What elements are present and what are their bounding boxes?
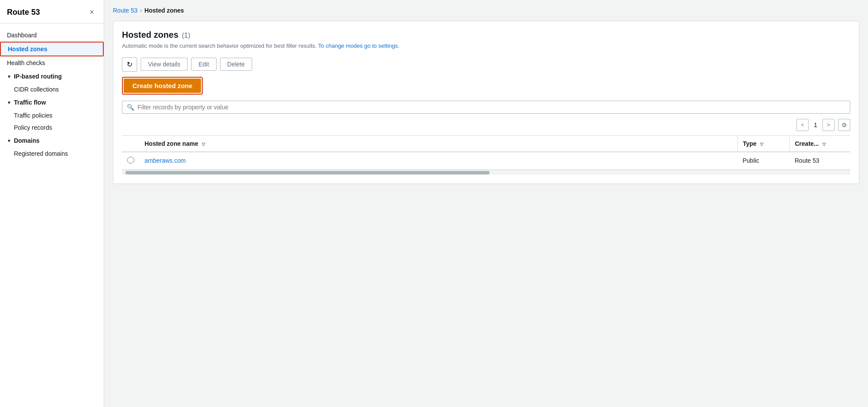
scrollbar-thumb	[125, 171, 490, 174]
row-radio-input[interactable]	[127, 157, 134, 164]
sidebar-group-domains[interactable]: ▼ Domains	[0, 134, 104, 148]
main-content: Route 53 › Hosted zones Hosted zones (1)…	[104, 0, 868, 407]
delete-button[interactable]: Delete	[220, 58, 252, 71]
hosted-zones-card: Hosted zones (1) Automatic mode is the c…	[113, 21, 859, 184]
page-number: 1	[810, 121, 821, 128]
sort-icon-create: ▽	[822, 142, 826, 147]
hosted-zones-table: Hosted zone name ▽ Type ▽ Create... ▽	[122, 135, 850, 170]
edit-button[interactable]: Edit	[191, 58, 216, 71]
table-settings-button[interactable]: ⚙	[838, 119, 850, 131]
card-title: Hosted zones	[122, 30, 178, 40]
sidebar-group-label-2: Traffic flow	[14, 99, 46, 106]
table-cell-type: Public	[737, 152, 789, 170]
arrow-icon-2: ▼	[7, 100, 11, 105]
table-header-create[interactable]: Create... ▽	[789, 135, 850, 152]
card-header: Hosted zones (1)	[122, 30, 850, 40]
table-header-row: Hosted zone name ▽ Type ▽ Create... ▽	[122, 135, 850, 152]
next-page-button[interactable]: >	[822, 119, 835, 131]
card-description: Automatic mode is the current search beh…	[122, 42, 850, 50]
sidebar-group-traffic-flow[interactable]: ▼ Traffic flow	[0, 95, 104, 109]
view-details-button[interactable]: View details	[141, 58, 187, 71]
search-input[interactable]	[138, 104, 845, 111]
table-row: amberaws.com Public Route 53	[122, 152, 850, 170]
prev-page-button[interactable]: <	[796, 119, 809, 131]
sidebar-item-dashboard[interactable]: Dashboard	[0, 29, 104, 42]
sidebar-close-button[interactable]: ×	[87, 7, 97, 18]
breadcrumb-route53[interactable]: Route 53	[113, 7, 138, 14]
sidebar: Route 53 × Dashboard Hosted zones Health…	[0, 0, 104, 407]
sidebar-group-label: IP-based routing	[14, 73, 62, 80]
sidebar-item-cidr-collections[interactable]: CIDR collections	[0, 83, 104, 95]
sort-icon-type: ▽	[760, 142, 763, 147]
change-modes-link[interactable]: To change modes go to settings	[318, 43, 398, 49]
sidebar-item-policy-records[interactable]: Policy records	[0, 121, 104, 134]
card-count: (1)	[182, 32, 191, 39]
sidebar-item-traffic-policies[interactable]: Traffic policies	[0, 109, 104, 121]
sidebar-item-registered-domains[interactable]: Registered domains	[0, 148, 104, 160]
toolbar: ↻ View details Edit Delete	[122, 57, 850, 72]
table-header-type[interactable]: Type ▽	[737, 135, 789, 152]
create-hosted-zone-wrapper: Create hosted zone	[122, 77, 203, 95]
sidebar-item-hosted-zones[interactable]: Hosted zones	[0, 42, 104, 56]
breadcrumb: Route 53 › Hosted zones	[113, 7, 859, 14]
search-bar: 🔍	[122, 101, 850, 114]
horizontal-scrollbar[interactable]	[122, 170, 850, 175]
table-header-radio	[122, 135, 139, 152]
table-cell-name: amberaws.com	[139, 152, 737, 170]
breadcrumb-current: Hosted zones	[145, 7, 184, 14]
refresh-button[interactable]: ↻	[122, 57, 137, 72]
pagination: < 1 > ⚙	[122, 119, 850, 131]
create-hosted-zone-button[interactable]: Create hosted zone	[124, 79, 201, 93]
zone-name-link[interactable]: amberaws.com	[145, 157, 186, 164]
sidebar-item-health-checks[interactable]: Health checks	[0, 56, 104, 69]
arrow-icon-3: ▼	[7, 138, 11, 143]
sidebar-group-label-3: Domains	[14, 137, 39, 144]
arrow-icon: ▼	[7, 74, 11, 79]
table-cell-create: Route 53	[789, 152, 850, 170]
table-cell-radio	[122, 152, 139, 170]
sidebar-title: Route 53	[7, 8, 40, 17]
breadcrumb-separator: ›	[140, 7, 142, 13]
table-header-name[interactable]: Hosted zone name ▽	[139, 135, 737, 152]
sort-icon-name: ▽	[202, 142, 205, 147]
sidebar-header: Route 53 ×	[0, 0, 104, 23]
sidebar-group-ip-based-routing[interactable]: ▼ IP-based routing	[0, 69, 104, 83]
sidebar-nav: Dashboard Hosted zones Health checks ▼ I…	[0, 23, 104, 165]
search-icon: 🔍	[127, 104, 134, 111]
